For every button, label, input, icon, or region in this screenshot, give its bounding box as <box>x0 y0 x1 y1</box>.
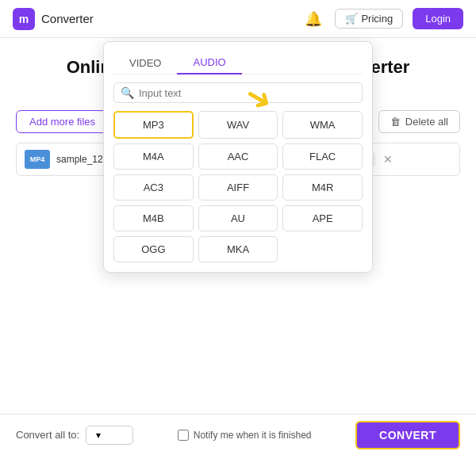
bottom-bar: Convert all to: ▾ Notify me when it is f… <box>0 414 476 455</box>
format-btn-mp3[interactable]: MP3 <box>113 111 194 139</box>
format-search-input[interactable] <box>139 87 355 99</box>
format-btn-ape[interactable]: APE <box>282 205 363 231</box>
format-btn-wav[interactable]: WAV <box>198 111 278 139</box>
close-icon: ✕ <box>383 153 393 166</box>
format-btn-ogg[interactable]: OGG <box>113 236 194 262</box>
convert-all-dropdown[interactable]: ▾ <box>86 426 133 445</box>
notify-section: Notify me when it is finished <box>178 430 312 441</box>
tab-audio[interactable]: AUDIO <box>177 52 241 75</box>
format-btn-au[interactable]: AU <box>198 205 278 231</box>
format-btn-m4a[interactable]: M4A <box>113 143 194 170</box>
format-btn-ac3[interactable]: AC3 <box>113 174 194 201</box>
convert-button[interactable]: CONVERT <box>355 421 460 449</box>
logo-icon: m <box>13 8 35 30</box>
trash-icon: 🗑 <box>390 116 401 128</box>
chevron-down-icon-2: ▾ <box>96 430 101 441</box>
header-left: m Converter <box>13 8 94 30</box>
convert-all-section: Convert all to: ▾ <box>16 426 133 445</box>
convert-all-label: Convert all to: <box>16 429 79 441</box>
main-content: Online Video, Audio and Image Converter … <box>0 38 476 192</box>
header-right: 🔔 🛒 Pricing Login <box>301 7 463 31</box>
app-title: Converter <box>41 12 94 25</box>
notification-button[interactable]: 🔔 <box>301 7 325 31</box>
search-icon: 🔍 <box>121 86 134 99</box>
format-btn-aiff[interactable]: AIFF <box>198 174 278 201</box>
format-btn-m4b[interactable]: M4B <box>113 205 194 231</box>
close-file-button[interactable]: ✕ <box>382 151 394 167</box>
file-thumbnail: MP4 <box>25 150 50 169</box>
notify-checkbox[interactable] <box>178 430 189 441</box>
format-picker-tabs: VIDEO AUDIO <box>113 52 363 75</box>
format-btn-wma[interactable]: WMA <box>282 111 363 139</box>
format-picker: VIDEO AUDIO 🔍 MP3WAVWMAM4AAACFLACAC3AIFF… <box>103 41 373 273</box>
login-button[interactable]: Login <box>413 8 463 29</box>
add-files-button[interactable]: Add more files <box>16 110 109 133</box>
notify-label: Notify me when it is finished <box>194 430 312 441</box>
format-btn-m4r[interactable]: M4R <box>282 174 363 201</box>
tab-video[interactable]: VIDEO <box>113 52 177 74</box>
pricing-button[interactable]: 🛒 Pricing <box>335 9 403 29</box>
bell-icon: 🔔 <box>305 10 322 28</box>
format-btn-mka[interactable]: MKA <box>198 236 278 262</box>
delete-all-button[interactable]: 🗑 Delete all <box>378 110 460 133</box>
format-btn-aac[interactable]: AAC <box>198 143 278 170</box>
format-search: 🔍 <box>113 82 363 103</box>
format-btn-flac[interactable]: FLAC <box>282 143 363 170</box>
header: m Converter 🔔 🛒 Pricing Login <box>0 0 476 38</box>
cart-icon: 🛒 <box>345 13 358 25</box>
format-grid: MP3WAVWMAM4AAACFLACAC3AIFFM4RM4BAUAPEOGG… <box>113 111 363 262</box>
